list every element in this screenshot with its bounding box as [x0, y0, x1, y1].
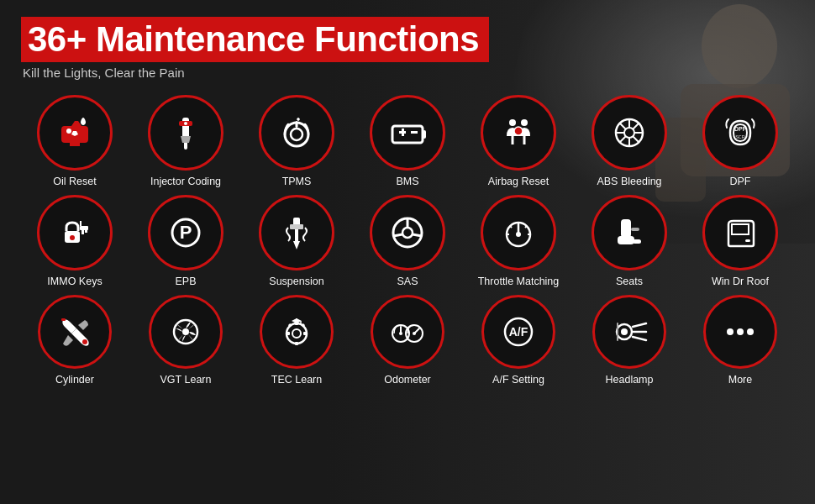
airbag-reset-label: Airbag Reset	[488, 176, 549, 188]
icon-vgt-learn[interactable]: VGT Learn	[132, 295, 239, 386]
svg-point-17	[509, 119, 516, 126]
vgt-learn-label: VGT Learn	[160, 374, 212, 386]
svg-line-30	[633, 123, 639, 129]
win-dr-roof-label: Win Dr Roof	[712, 276, 769, 288]
throttle-matching-label: Throttle Matching	[478, 276, 560, 288]
icon-circle-sas	[370, 195, 445, 270]
svg-rect-71	[287, 332, 290, 335]
svg-rect-44	[295, 229, 298, 241]
bms-label: BMS	[396, 176, 418, 188]
icon-circle-af: A/F	[481, 295, 555, 369]
icon-cylinder[interactable]: Cylinder	[21, 295, 129, 386]
dpf-label: DPF	[730, 176, 751, 188]
svg-point-66	[182, 328, 189, 335]
icon-circle-bms	[370, 95, 445, 171]
title-red-bar: 36+ Maintenance Functions	[21, 17, 489, 62]
svg-rect-38	[82, 230, 84, 234]
tpms-icon	[276, 113, 317, 153]
icon-more[interactable]: More	[686, 295, 794, 386]
svg-rect-36	[80, 226, 88, 230]
svg-rect-11	[296, 121, 298, 128]
bms-icon	[387, 113, 428, 153]
headlamp-label: Headlamp	[606, 374, 654, 386]
svg-line-29	[633, 136, 639, 142]
svg-point-10	[291, 129, 302, 140]
svg-text:DPF: DPF	[734, 126, 747, 132]
sas-label: SAS	[397, 276, 418, 288]
icon-circle-headlamp	[592, 295, 666, 369]
svg-rect-4	[70, 143, 80, 146]
svg-point-87	[621, 328, 628, 335]
svg-point-8	[184, 122, 187, 125]
svg-rect-70	[295, 342, 298, 345]
icon-circle-abs	[592, 95, 667, 171]
functions-grid: Oil Reset Injector Coding	[21, 95, 794, 386]
svg-point-81	[399, 332, 402, 335]
icon-circle-suspension	[259, 195, 334, 270]
page-title: 36+ Maintenance Functions	[28, 19, 479, 59]
svg-line-48	[393, 234, 402, 236]
icon-tpms[interactable]: TPMS	[243, 95, 350, 188]
icon-circle-odometer	[371, 295, 444, 369]
epb-icon: P	[166, 213, 206, 253]
af-icon: A/F	[498, 312, 539, 352]
svg-text:P: P	[180, 222, 192, 243]
icon-bms[interactable]: BMS	[354, 95, 461, 188]
icon-circle-window	[702, 195, 778, 270]
icon-abs-bleeding[interactable]: ABS Bleeding	[576, 95, 683, 188]
epb-label: EPB	[175, 276, 196, 288]
icon-circle-vgt	[149, 295, 223, 369]
injector-coding-label: Injector Coding	[150, 176, 221, 188]
icon-immo-keys[interactable]: IMMO Keys	[21, 195, 129, 288]
icon-injector-coding[interactable]: Injector Coding	[132, 95, 239, 188]
more-label: More	[728, 374, 752, 386]
icon-headlamp[interactable]: Headlamp	[576, 295, 683, 386]
header-section: 36+ Maintenance Functions Kill the Light…	[21, 17, 794, 80]
icon-seats[interactable]: Seats	[576, 195, 683, 288]
svg-point-94	[747, 328, 754, 335]
icon-circle-dpf: DPF SCR	[702, 95, 778, 171]
svg-rect-43	[290, 224, 303, 229]
icon-suspension[interactable]: Suspension	[243, 195, 350, 288]
odometer-icon	[387, 312, 428, 352]
oil-icon	[55, 113, 95, 153]
tec-icon	[276, 312, 317, 352]
icon-circle-injector	[148, 95, 223, 171]
cylinder-icon	[55, 312, 95, 352]
page-subtitle: Kill the Lights, Clear the Pain	[23, 66, 794, 80]
oil-reset-label: Oil Reset	[53, 176, 96, 188]
svg-rect-39	[80, 221, 82, 226]
svg-line-57	[525, 226, 527, 228]
svg-line-31	[620, 136, 626, 142]
svg-rect-61	[631, 228, 639, 231]
icon-circle-airbag	[481, 95, 556, 171]
icon-af-setting[interactable]: A/F A/F Setting	[465, 295, 572, 386]
af-setting-label: A/F Setting	[492, 374, 544, 386]
icon-throttle-matching[interactable]: Throttle Matching	[465, 195, 572, 288]
svg-rect-37	[85, 230, 87, 233]
icon-dpf[interactable]: DPF SCR DPF	[686, 95, 794, 188]
immo-icon	[55, 213, 95, 253]
svg-rect-62	[745, 239, 750, 242]
svg-line-49	[413, 234, 422, 236]
svg-point-68	[292, 329, 301, 338]
svg-rect-13	[423, 130, 426, 139]
icon-circle-tpms	[259, 95, 334, 171]
airbag-icon	[498, 113, 539, 153]
odometer-label: Odometer	[384, 374, 431, 386]
window-icon	[720, 213, 760, 253]
abs-bleeding-label: ABS Bleeding	[597, 176, 661, 188]
icon-oil-reset[interactable]: Oil Reset	[21, 95, 129, 188]
icon-tec-learn[interactable]: TEC Learn	[243, 295, 350, 386]
svg-line-90	[633, 337, 646, 340]
icon-win-dr-roof[interactable]: Win Dr Roof	[686, 195, 794, 288]
icon-odometer[interactable]: Odometer	[354, 295, 461, 386]
icon-airbag-reset[interactable]: Airbag Reset	[465, 95, 572, 188]
icon-sas[interactable]: SAS	[354, 195, 461, 288]
icon-epb[interactable]: P EPB	[132, 195, 239, 288]
icon-circle-epb: P	[148, 195, 223, 270]
tpms-label: TPMS	[282, 176, 312, 188]
svg-rect-12	[392, 126, 423, 143]
svg-rect-15	[402, 129, 404, 136]
seats-label: Seats	[616, 276, 643, 288]
